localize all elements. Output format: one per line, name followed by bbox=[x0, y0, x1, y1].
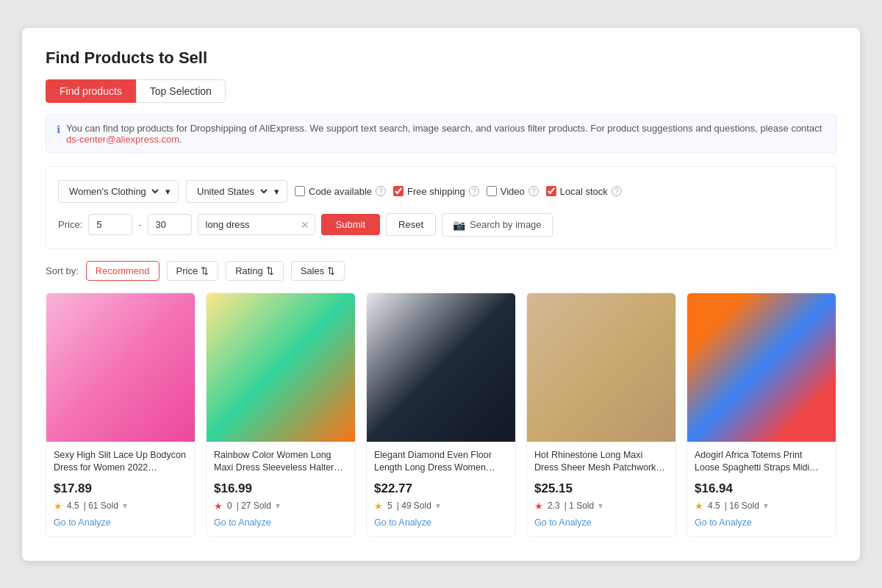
product-dropdown-icon[interactable]: ▾ bbox=[436, 501, 440, 511]
product-actions: Go to Analyze bbox=[374, 517, 508, 528]
main-card: Find Products to Sell Find products Top … bbox=[22, 28, 860, 561]
product-meta: ★ 0 | 27 Sold ▾ bbox=[214, 501, 348, 512]
product-meta: ★ 5 | 49 Sold ▾ bbox=[374, 501, 508, 512]
analyze-link[interactable]: Go to Analyze bbox=[374, 517, 431, 528]
free-shipping-filter[interactable]: Free shipping ? bbox=[393, 186, 479, 197]
country-dropdown[interactable]: United States ▾ bbox=[186, 180, 287, 203]
star-icon: ★ bbox=[54, 501, 62, 512]
analyze-link[interactable]: Go to Analyze bbox=[534, 517, 592, 528]
free-shipping-label: Free shipping bbox=[407, 186, 465, 197]
product-rating: 4.5 bbox=[67, 501, 79, 511]
sort-bar: Sort by: Recommend Price ⇅ Rating ⇅ Sale… bbox=[46, 261, 836, 281]
product-actions: Go to Analyze bbox=[54, 517, 187, 528]
product-image bbox=[527, 293, 675, 442]
code-available-label: Code available bbox=[309, 186, 372, 197]
analyze-link[interactable]: Go to Analyze bbox=[54, 517, 111, 528]
sort-sales-chevron-icon: ⇅ bbox=[327, 265, 335, 276]
sort-price-button[interactable]: Price ⇅ bbox=[167, 261, 219, 281]
image-search-button[interactable]: 📷 Search by image bbox=[442, 213, 553, 237]
category-dropdown[interactable]: Women's Clothing ▾ bbox=[58, 180, 179, 203]
price-row: Price: - ✕ Submit Reset 📷 Search by imag… bbox=[58, 213, 824, 237]
price-max-input[interactable] bbox=[148, 214, 192, 235]
product-rating: 4.5 bbox=[708, 501, 720, 511]
submit-button[interactable]: Submit bbox=[321, 214, 380, 235]
free-shipping-help-icon[interactable]: ? bbox=[469, 186, 479, 196]
product-title: Rainbow Color Women Long Maxi Dress Slee… bbox=[214, 449, 348, 476]
image-search-label: Search by image bbox=[470, 219, 542, 230]
product-dropdown-icon[interactable]: ▾ bbox=[276, 501, 280, 511]
product-price: $25.15 bbox=[534, 481, 668, 496]
tab-find-products[interactable]: Find products bbox=[46, 79, 136, 103]
product-meta: ★ 4.5 | 61 Sold ▾ bbox=[54, 501, 187, 512]
product-card: Elegant Diamond Even Floor Length Long D… bbox=[366, 293, 516, 537]
product-info: Rainbow Color Women Long Maxi Dress Slee… bbox=[207, 442, 355, 537]
country-select[interactable]: United States bbox=[194, 185, 270, 198]
search-input[interactable] bbox=[198, 214, 315, 235]
product-card: Rainbow Color Women Long Maxi Dress Slee… bbox=[206, 293, 356, 537]
video-help-icon[interactable]: ? bbox=[528, 186, 539, 196]
sort-label: Sort by: bbox=[46, 265, 79, 276]
product-actions: Go to Analyze bbox=[534, 517, 668, 528]
code-available-help-icon[interactable]: ? bbox=[376, 186, 386, 196]
product-title: Sexy High Slit Lace Up Bodycon Dress for… bbox=[54, 449, 187, 476]
free-shipping-checkbox[interactable] bbox=[393, 186, 404, 196]
clear-search-button[interactable]: ✕ bbox=[301, 219, 309, 231]
product-info: Sexy High Slit Lace Up Bodycon Dress for… bbox=[46, 442, 195, 537]
info-icon: ℹ bbox=[57, 123, 60, 135]
star-icon: ★ bbox=[374, 501, 383, 512]
local-stock-help-icon[interactable]: ? bbox=[612, 186, 622, 196]
product-card: Hot Rhinestone Long Maxi Dress Sheer Mes… bbox=[526, 293, 676, 537]
local-stock-label: Local stock bbox=[560, 186, 608, 197]
star-icon: ★ bbox=[534, 501, 543, 512]
tab-top-selection[interactable]: Top Selection bbox=[136, 79, 226, 103]
star-icon: ★ bbox=[214, 501, 223, 512]
video-filter[interactable]: Video ? bbox=[487, 186, 539, 197]
analyze-link[interactable]: Go to Analyze bbox=[695, 517, 752, 528]
sort-rating-chevron-icon: ⇅ bbox=[266, 265, 274, 276]
local-stock-filter[interactable]: Local stock ? bbox=[546, 186, 622, 197]
product-title: Elegant Diamond Even Floor Length Long D… bbox=[374, 449, 508, 476]
reset-button[interactable]: Reset bbox=[386, 213, 436, 236]
product-rating: 0 bbox=[227, 501, 232, 511]
category-select[interactable]: Women's Clothing bbox=[66, 185, 161, 198]
filters-row: Women's Clothing ▾ United States ▾ Code … bbox=[58, 180, 824, 203]
product-info: Hot Rhinestone Long Maxi Dress Sheer Mes… bbox=[527, 442, 675, 537]
country-chevron-icon: ▾ bbox=[274, 186, 279, 197]
product-actions: Go to Analyze bbox=[214, 517, 348, 528]
product-actions: Go to Analyze bbox=[695, 517, 828, 528]
product-title: Adogirl Africa Totems Print Loose Spaghe… bbox=[695, 449, 828, 476]
product-meta: ★ 4.5 | 16 Sold ▾ bbox=[695, 501, 828, 512]
code-available-filter[interactable]: Code available ? bbox=[295, 186, 386, 197]
info-link[interactable]: ds-center@aliexpress.com bbox=[66, 134, 179, 145]
sort-sales-button[interactable]: Sales ⇅ bbox=[291, 261, 345, 281]
price-label: Price: bbox=[58, 219, 82, 230]
product-price: $16.99 bbox=[214, 481, 348, 496]
product-dropdown-icon[interactable]: ▾ bbox=[123, 501, 127, 511]
sort-recommend-button[interactable]: Recommend bbox=[86, 261, 159, 281]
info-bar: ℹ You can find top products for Dropship… bbox=[46, 115, 836, 153]
product-card: Adogirl Africa Totems Print Loose Spaghe… bbox=[686, 293, 836, 537]
product-sold: | 27 Sold bbox=[237, 501, 271, 511]
sort-price-chevron-icon: ⇅ bbox=[201, 265, 209, 276]
analyze-link[interactable]: Go to Analyze bbox=[214, 517, 271, 528]
video-label: Video bbox=[501, 186, 525, 197]
video-checkbox[interactable] bbox=[487, 186, 497, 196]
product-rating: 2.3 bbox=[548, 501, 560, 511]
product-sold: | 16 Sold bbox=[725, 501, 759, 511]
info-text: You can find top products for Dropshippi… bbox=[66, 123, 825, 145]
code-available-checkbox[interactable] bbox=[295, 186, 305, 196]
sort-rating-button[interactable]: Rating ⇅ bbox=[226, 261, 284, 281]
price-separator: - bbox=[138, 219, 141, 230]
filters-container: Women's Clothing ▾ United States ▾ Code … bbox=[46, 166, 836, 249]
product-title: Hot Rhinestone Long Maxi Dress Sheer Mes… bbox=[534, 449, 668, 476]
product-sold: | 49 Sold bbox=[397, 501, 431, 511]
product-dropdown-icon[interactable]: ▾ bbox=[764, 501, 768, 511]
price-min-input[interactable] bbox=[88, 214, 132, 235]
search-wrap: ✕ bbox=[198, 214, 315, 235]
product-sold: | 1 Sold bbox=[564, 501, 594, 511]
product-dropdown-icon[interactable]: ▾ bbox=[598, 501, 603, 511]
product-meta: ★ 2.3 | 1 Sold ▾ bbox=[534, 501, 668, 512]
product-image bbox=[687, 293, 836, 442]
local-stock-checkbox[interactable] bbox=[546, 186, 556, 196]
product-price: $16.94 bbox=[695, 481, 828, 496]
